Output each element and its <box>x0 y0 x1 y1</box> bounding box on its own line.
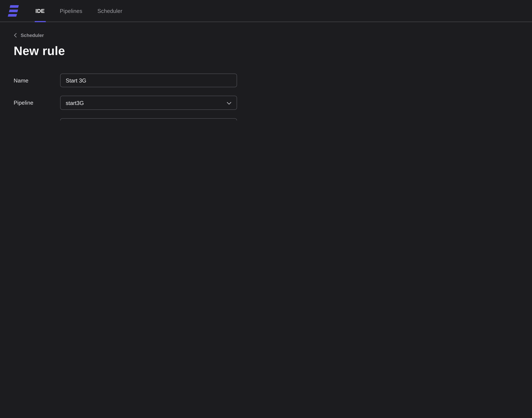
active-tab-underline <box>34 21 45 22</box>
description-input[interactable]: Starting 3G module on base station after… <box>60 118 237 120</box>
nav-tabs: IDE Pipelines Scheduler <box>35 0 122 21</box>
tab-scheduler-label: Scheduler <box>98 8 122 14</box>
pipeline-selected-value: start3G <box>66 100 84 106</box>
description-label: Description <box>14 118 60 120</box>
tab-ide[interactable]: IDE <box>35 0 45 21</box>
logo-bar <box>9 10 18 12</box>
pipeline-row: Pipeline start3G <box>14 96 532 110</box>
rule-form: Name Pipeline start3G Description Starti… <box>14 73 532 120</box>
pipeline-label: Pipeline <box>14 96 60 110</box>
breadcrumb[interactable]: Scheduler <box>14 33 532 38</box>
name-label: Name <box>14 73 60 87</box>
pipeline-select[interactable]: start3G <box>60 96 237 110</box>
breadcrumb-label: Scheduler <box>21 33 44 38</box>
name-input[interactable] <box>60 73 237 87</box>
name-row: Name <box>14 73 532 87</box>
main-content: Scheduler New rule Name Pipeline start3G… <box>0 33 532 120</box>
tab-pipelines-label: Pipelines <box>60 8 82 14</box>
tab-scheduler[interactable]: Scheduler <box>98 0 122 21</box>
logo-bar <box>10 5 19 8</box>
tab-ide-label: IDE <box>35 8 45 14</box>
logo-bar <box>8 14 17 17</box>
description-row: Description Starting 3G module on base s… <box>14 118 532 120</box>
app-root: IDE Pipelines Scheduler <box>0 0 532 120</box>
top-nav: IDE Pipelines Scheduler <box>0 0 532 22</box>
tab-pipelines[interactable]: Pipelines <box>60 0 82 21</box>
app-logo-icon[interactable] <box>7 4 20 17</box>
chevron-left-icon <box>14 33 17 38</box>
page-title: New rule <box>14 44 532 58</box>
chevron-down-icon <box>227 102 232 105</box>
